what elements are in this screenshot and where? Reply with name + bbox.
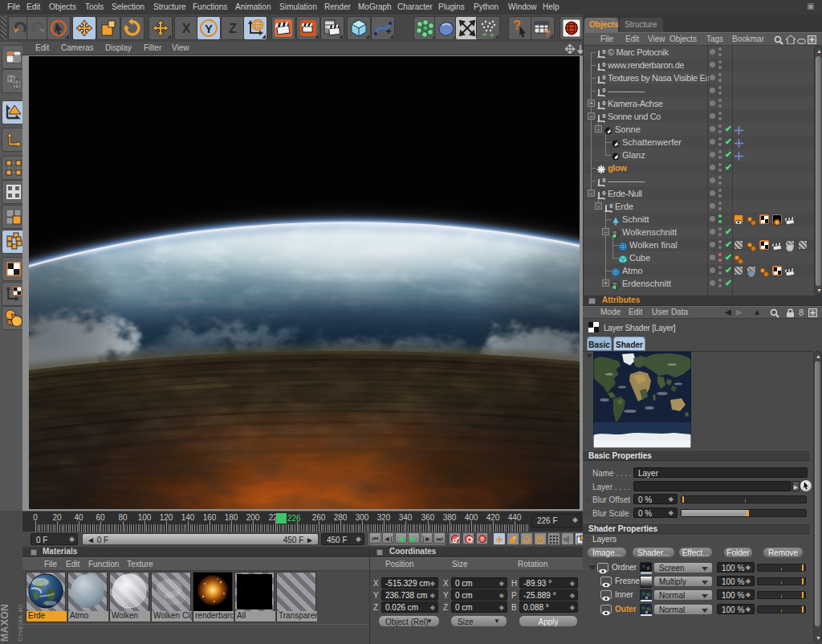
svg-text:0: 0 <box>603 100 606 106</box>
svg-text:?: ? <box>513 18 521 32</box>
svg-text:0: 0 <box>603 113 606 119</box>
svg-text:Y: Y <box>205 22 213 35</box>
svg-text:0: 0 <box>603 190 606 196</box>
svg-text:Z: Z <box>229 22 237 35</box>
svg-text:0: 0 <box>610 203 613 209</box>
svg-text:0: 0 <box>603 75 606 80</box>
svg-text:0: 0 <box>603 177 606 183</box>
svg-text:0: 0 <box>603 88 606 93</box>
svg-text:X: X <box>182 22 191 35</box>
svg-text:0: 0 <box>603 62 606 67</box>
svg-text:0: 0 <box>603 49 606 55</box>
svg-text:P: P <box>539 536 543 542</box>
